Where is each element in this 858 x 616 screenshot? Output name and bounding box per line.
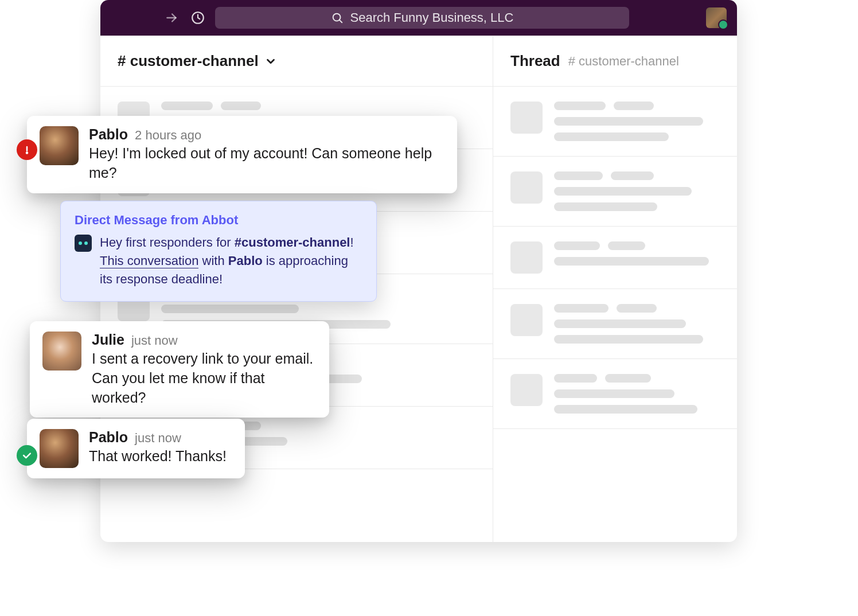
chevron-down-icon bbox=[264, 55, 277, 68]
alert-badge bbox=[17, 139, 37, 160]
check-icon bbox=[21, 450, 33, 461]
skeleton-row bbox=[493, 289, 737, 359]
avatar bbox=[42, 332, 81, 371]
message-author: Julie bbox=[92, 332, 124, 348]
avatar bbox=[40, 126, 79, 165]
svg-point-5 bbox=[26, 152, 28, 153]
arrow-right-icon bbox=[164, 10, 179, 25]
channel-name: # customer-channel bbox=[118, 52, 259, 70]
exclamation-icon bbox=[21, 144, 33, 155]
message-text: I sent a recovery link to your email. Ca… bbox=[92, 349, 317, 407]
user-avatar[interactable] bbox=[706, 7, 727, 28]
top-bar: Search Funny Business, LLC bbox=[100, 0, 737, 36]
history-button[interactable] bbox=[189, 9, 207, 27]
clock-icon bbox=[190, 10, 205, 25]
skeleton-row bbox=[493, 157, 737, 227]
nav-forward-button[interactable] bbox=[162, 9, 181, 27]
message-author: Pablo bbox=[89, 126, 128, 143]
svg-line-3 bbox=[339, 20, 341, 22]
abbot-conversation-link[interactable]: This conversation bbox=[100, 254, 198, 268]
message-timestamp: just now bbox=[135, 431, 181, 446]
success-badge bbox=[17, 445, 37, 466]
message-card[interactable]: Pablo just now That worked! Thanks! bbox=[27, 419, 245, 478]
abbot-title: Direct Message from Abbot bbox=[75, 213, 362, 228]
skeleton-row bbox=[493, 359, 737, 429]
message-text: That worked! Thanks! bbox=[89, 447, 227, 466]
message-card[interactable]: Julie just now I sent a recovery link to… bbox=[30, 321, 329, 418]
thread-list-skeleton bbox=[493, 87, 737, 542]
thread-column: Thread # customer-channel bbox=[493, 36, 737, 542]
skeleton-row bbox=[493, 227, 737, 289]
message-text: Hey! I'm locked out of my account! Can s… bbox=[89, 144, 444, 183]
channel-header[interactable]: # customer-channel bbox=[100, 36, 493, 87]
abbot-notification[interactable]: Direct Message from Abbot Hey first resp… bbox=[60, 201, 377, 302]
search-bar[interactable]: Search Funny Business, LLC bbox=[215, 7, 629, 29]
message-timestamp: just now bbox=[131, 333, 178, 348]
abbot-message-text: Hey first responders for #customer-chann… bbox=[100, 233, 362, 288]
thread-title: Thread bbox=[510, 52, 560, 70]
search-placeholder: Search Funny Business, LLC bbox=[350, 10, 514, 25]
abbot-bot-icon bbox=[75, 235, 92, 252]
skeleton-row bbox=[493, 87, 737, 157]
thread-channel-ref[interactable]: # customer-channel bbox=[568, 54, 679, 69]
message-author: Pablo bbox=[89, 429, 128, 446]
message-card[interactable]: Pablo 2 hours ago Hey! I'm locked out of… bbox=[27, 116, 457, 193]
avatar bbox=[40, 429, 79, 468]
search-icon bbox=[331, 11, 344, 24]
message-timestamp: 2 hours ago bbox=[135, 128, 201, 143]
thread-header: Thread # customer-channel bbox=[493, 36, 737, 87]
